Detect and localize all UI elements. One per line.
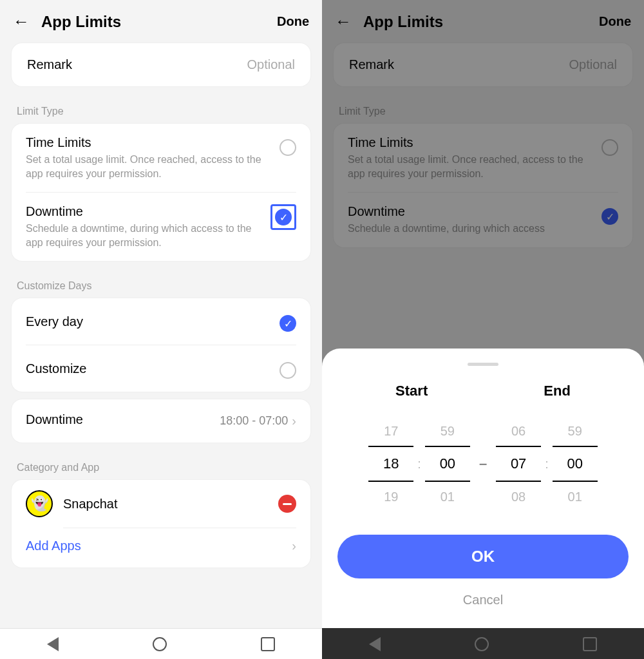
option-customize[interactable]: Customize [12, 345, 310, 392]
start-minute-wheel[interactable]: 59 00 01 [425, 416, 470, 511]
wheel-selected: 18 [368, 446, 413, 482]
wheel-selected: 07 [496, 446, 541, 482]
nav-recent-icon[interactable] [261, 637, 275, 651]
remove-icon[interactable] [278, 495, 296, 513]
wheel-next: 01 [568, 482, 582, 511]
wheel-next: 01 [440, 482, 455, 511]
colon-icon: : [417, 457, 421, 472]
downtime-row-value: 18:00 - 07:00 [220, 414, 288, 428]
wheel-prev: 17 [384, 416, 398, 446]
every-day-label: Every day [26, 314, 83, 329]
start-hour-wheel[interactable]: 17 18 19 [368, 416, 413, 511]
wheel-prev: 59 [440, 416, 455, 446]
option-downtime[interactable]: Downtime Schedule a downtime, during whi… [12, 193, 310, 261]
android-navbar [0, 628, 322, 659]
cancel-button[interactable]: Cancel [337, 593, 629, 607]
focus-highlight: ✓ [270, 204, 296, 230]
nav-back-icon[interactable] [47, 637, 59, 651]
end-minute-wheel[interactable]: 59 00 01 [553, 416, 598, 511]
wheel-prev: 59 [568, 416, 582, 446]
downtime-title: Downtime [26, 204, 270, 219]
wheel-prev: 06 [511, 416, 526, 446]
add-apps-row[interactable]: Add Apps › [12, 528, 310, 568]
done-button[interactable]: Done [277, 14, 309, 29]
section-category-app: Category and App [12, 450, 310, 480]
customize-label: Customize [26, 361, 86, 376]
add-apps-label: Add Apps [26, 539, 81, 553]
snapchat-icon: 👻 [26, 490, 53, 517]
downtime-schedule-row[interactable]: Downtime 18:00 - 07:00 › [12, 399, 310, 443]
chevron-right-icon: › [292, 414, 296, 428]
remark-placeholder: Optional [247, 57, 296, 72]
end-hour-wheel[interactable]: 06 07 08 [496, 416, 541, 511]
section-limit-type: Limit Type [12, 94, 310, 124]
time-picker-sheet: Start End 17 18 19 : 59 00 01 – 06 07 08… [322, 349, 644, 628]
screen-time-picker: ← App Limits Done Remark Optional Limit … [322, 0, 644, 659]
nav-home-icon[interactable] [153, 637, 167, 651]
option-time-limits[interactable]: Time Limits Set a total usage limit. Onc… [12, 124, 310, 192]
radio-checked-icon[interactable]: ✓ [275, 209, 292, 225]
section-customize-days: Customize Days [12, 269, 310, 298]
wheel-next: 19 [384, 482, 398, 511]
time-limits-desc: Set a total usage limit. Once reached, a… [26, 153, 276, 180]
wheel-selected: 00 [553, 446, 598, 482]
downtime-row-label: Downtime [26, 412, 83, 427]
time-limits-title: Time Limits [26, 135, 276, 150]
wheel-next: 08 [511, 482, 526, 511]
radio-unchecked-icon[interactable] [279, 362, 296, 379]
back-icon[interactable]: ← [13, 12, 30, 32]
range-dash-icon: – [479, 455, 487, 472]
option-every-day[interactable]: Every day ✓ [12, 298, 310, 345]
remark-label: Remark [27, 57, 72, 72]
end-label: End [544, 383, 571, 399]
start-label: Start [395, 383, 428, 399]
remark-field[interactable]: Remark Optional [12, 43, 310, 86]
sheet-handle-icon[interactable] [468, 363, 498, 366]
downtime-desc: Schedule a downtime, during which access… [26, 222, 270, 249]
app-name: Snapchat [63, 497, 278, 511]
colon-icon: : [545, 457, 549, 472]
wheel-selected: 00 [425, 446, 470, 482]
radio-checked-icon[interactable]: ✓ [279, 315, 296, 332]
chevron-right-icon: › [292, 539, 296, 553]
app-row-snapchat[interactable]: 👻 Snapchat [12, 480, 310, 522]
ok-button[interactable]: OK [337, 535, 629, 578]
screen-app-limits: ← App Limits Done Remark Optional Limit … [0, 0, 322, 659]
radio-unchecked-icon[interactable] [279, 139, 296, 156]
page-title: App Limits [41, 13, 277, 31]
